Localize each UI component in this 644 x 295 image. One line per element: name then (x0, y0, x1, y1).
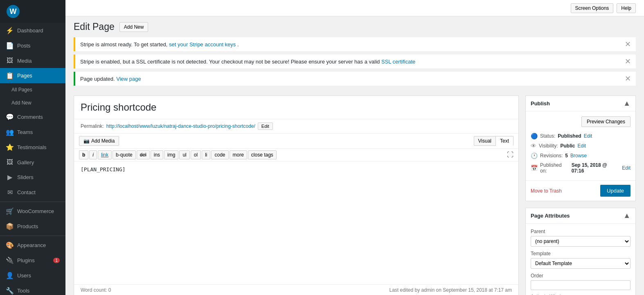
sidebar-item-woocommerce[interactable]: 🛒 WooCommerce (0, 204, 65, 219)
text-tab[interactable]: Text (496, 136, 513, 146)
status-icon: 🔵 (531, 133, 538, 139)
sidebar: W ⚡ Dashboard 📄 Posts 🖼 Media 📋 Pages Al… (0, 0, 65, 295)
sidebar-item-all-pages[interactable]: All Pages (0, 83, 65, 96)
more-button[interactable]: more (230, 150, 247, 159)
close-tags-button[interactable]: close tags (248, 150, 277, 159)
sidebar-item-posts[interactable]: 📄 Posts (0, 38, 65, 53)
preview-changes-button[interactable]: Preview Changes (581, 116, 630, 127)
sidebar-item-testimonials[interactable]: ⭐ Testimonials (0, 140, 65, 155)
activate-windows-text: Activate Windows (531, 293, 630, 295)
view-tabs: Visual Text (474, 136, 513, 146)
revisions-browse-link[interactable]: Browse (570, 153, 587, 159)
template-select[interactable]: Default Template (531, 258, 630, 269)
stripe-keys-notice: Stripe is almost ready. To get started, … (74, 37, 636, 51)
stripe-notice-close[interactable]: ✕ (625, 41, 631, 48)
published-edit-link[interactable]: Edit (622, 165, 630, 171)
edit-container: Permalink: http://localhost/www/luzuk/na… (74, 95, 519, 295)
sidebar-item-products[interactable]: 📦 Products (0, 219, 65, 234)
sidebar-item-media[interactable]: 🖼 Media (0, 53, 65, 68)
dashboard-icon: ⚡ (6, 27, 14, 34)
sidebar-item-tools[interactable]: 🔧 Tools (0, 283, 65, 295)
publish-box-footer: Move to Trash Update (526, 180, 635, 201)
screen-options-button[interactable]: Screen Options (571, 3, 614, 13)
word-count-text: Word count: 0 (81, 287, 111, 293)
stripe-keys-link[interactable]: set your Stripe account keys (169, 41, 236, 48)
permalink-row: Permalink: http://localhost/www/luzuk/na… (74, 119, 518, 134)
ins-button[interactable]: ins (151, 150, 163, 159)
add-media-icon: 📷 (83, 138, 90, 144)
order-input[interactable] (531, 280, 630, 290)
publish-toggle-button[interactable]: ▲ (623, 99, 630, 108)
bquote-button[interactable]: b-quote (113, 150, 136, 159)
bold-button[interactable]: b (79, 150, 88, 159)
page-title: Edit Page (74, 21, 115, 32)
ssl-notice-close[interactable]: ✕ (625, 58, 631, 65)
last-edited-text: Last edited by admin on September 15, 20… (389, 287, 512, 293)
top-bar: Screen Options Help (65, 0, 644, 16)
page-header: Edit Page Add New (74, 21, 636, 32)
users-icon: 👤 (6, 272, 14, 279)
main-content: Screen Options Help Edit Page Add New St… (65, 0, 644, 295)
status-edit-link[interactable]: Edit (584, 133, 592, 139)
ul-button[interactable]: ul (179, 150, 189, 159)
page-attributes-content: Parent (no parent) Template Default Temp… (526, 224, 635, 295)
visual-tab[interactable]: Visual (474, 136, 496, 146)
ssl-notice-text: Stripe is enabled, but a SSL certificate… (80, 59, 415, 65)
view-page-link[interactable]: View page (116, 76, 141, 82)
sidebar-item-contact[interactable]: ✉ Contact (0, 185, 65, 200)
ssl-certificate-link[interactable]: SSL certificate (381, 59, 415, 65)
pages-icon: 📋 (6, 72, 14, 79)
italic-button[interactable]: i (89, 150, 97, 159)
sidebar-item-appearance[interactable]: 🎨 Appearance (0, 238, 65, 253)
code-button[interactable]: code (211, 150, 228, 159)
page-title-input[interactable] (74, 96, 518, 119)
del-button[interactable]: del (137, 150, 150, 159)
parent-select[interactable]: (no parent) (531, 236, 630, 247)
visibility-edit-link[interactable]: Edit (577, 143, 586, 149)
right-sidebar: Publish ▲ Preview Changes 🔵 Status: Publ… (525, 95, 636, 295)
sidebar-item-pages[interactable]: 📋 Pages (0, 68, 65, 83)
li-button[interactable]: li (202, 150, 210, 159)
expand-editor-icon[interactable]: ⛶ (507, 151, 513, 159)
updated-notice-close[interactable]: ✕ (625, 75, 631, 82)
link-button[interactable]: link (98, 150, 112, 159)
sidebar-item-add-new-page[interactable]: Add New (0, 96, 65, 109)
content-layout: Permalink: http://localhost/www/luzuk/na… (65, 89, 644, 295)
editor-area: Permalink: http://localhost/www/luzuk/na… (74, 95, 519, 295)
permalink-link[interactable]: http://localhost/www/luzuk/natraj-dance-… (106, 123, 255, 129)
update-button[interactable]: Update (600, 185, 630, 197)
add-new-button[interactable]: Add New (119, 22, 149, 32)
page-attributes-box: Page Attributes ▲ Parent (no parent) Tem… (525, 208, 636, 295)
ssl-notice: Stripe is enabled, but a SSL certificate… (74, 54, 636, 68)
sidebar-item-sliders[interactable]: ▶ Sliders (0, 170, 65, 185)
contact-icon: ✉ (6, 188, 14, 196)
sidebar-item-dashboard[interactable]: ⚡ Dashboard (0, 23, 65, 38)
editor-content[interactable]: [PLAN_PRICING] (74, 161, 518, 284)
help-button[interactable]: Help (617, 3, 636, 13)
sidebar-item-comments[interactable]: 💬 Comments (0, 109, 65, 125)
sidebar-item-users[interactable]: 👤 Users (0, 268, 65, 283)
format-bar: b i link b-quote del ins img ul ol li co… (74, 149, 518, 161)
comments-icon: 💬 (6, 113, 14, 121)
move-to-trash-link[interactable]: Move to Trash (531, 188, 562, 194)
published-on-row: 📅 Published on: Sep 15, 2018 @ 07:16 Edi… (531, 161, 630, 175)
sidebar-divider-1 (0, 202, 65, 202)
sidebar-item-plugins[interactable]: 🔌 Plugins 1 (0, 253, 65, 268)
activate-windows-banner: Activate Windows Settings to activate Wi… (531, 293, 630, 295)
ol-button[interactable]: ol (191, 150, 201, 159)
add-media-button[interactable]: 📷 Add Media (79, 136, 119, 146)
sidebar-logo: W (0, 0, 65, 23)
status-row: 🔵 Status: Published Edit (531, 131, 630, 141)
visibility-icon: 👁 (531, 143, 536, 149)
publish-actions: Preview Changes (531, 116, 630, 127)
page-attributes-toggle[interactable]: ▲ (623, 211, 630, 220)
editor-toolbar-top: 📷 Add Media Visual Text (74, 134, 518, 149)
products-icon: 📦 (6, 222, 14, 230)
permalink-edit-button[interactable]: Edit (258, 123, 273, 130)
top-bar-right: Screen Options Help (571, 3, 636, 13)
publish-box-content: Preview Changes 🔵 Status: Published Edit… (526, 111, 635, 180)
publish-box: Publish ▲ Preview Changes 🔵 Status: Publ… (525, 95, 636, 201)
sidebar-item-gallery[interactable]: 🖼 Gallery (0, 155, 65, 170)
img-button[interactable]: img (164, 150, 178, 159)
sidebar-item-teams[interactable]: 👥 Teams (0, 125, 65, 140)
